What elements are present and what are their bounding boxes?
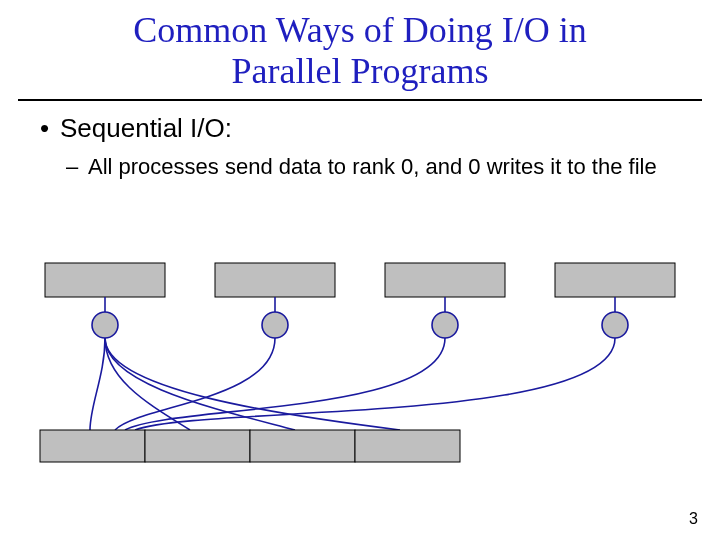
file-bar bbox=[40, 430, 460, 462]
title-rule bbox=[18, 99, 702, 101]
content-area: Sequential I/O: All processes send data … bbox=[0, 113, 720, 180]
circle-1 bbox=[262, 312, 288, 338]
slide-title: Common Ways of Doing I/O in Parallel Pro… bbox=[0, 0, 720, 99]
file-seg-2 bbox=[250, 430, 355, 462]
process-box-3 bbox=[555, 263, 675, 297]
title-line-1: Common Ways of Doing I/O in bbox=[133, 10, 586, 50]
process-box-0 bbox=[45, 263, 165, 297]
bullet-item-1: Sequential I/O: All processes send data … bbox=[60, 113, 680, 180]
send-arcs bbox=[90, 338, 615, 430]
sub-bullet-list: All processes send data to rank 0, and 0… bbox=[60, 154, 680, 180]
bullet-list: Sequential I/O: All processes send data … bbox=[40, 113, 680, 180]
slide: Common Ways of Doing I/O in Parallel Pro… bbox=[0, 0, 720, 540]
file-seg-3 bbox=[355, 430, 460, 462]
process-box-1 bbox=[215, 263, 335, 297]
title-line-2: Parallel Programs bbox=[232, 51, 489, 91]
sub-bullet-item-1: All processes send data to rank 0, and 0… bbox=[88, 154, 680, 180]
circle-0 bbox=[92, 312, 118, 338]
bullet-text-1: Sequential I/O: bbox=[60, 113, 232, 143]
file-seg-0 bbox=[40, 430, 145, 462]
process-boxes bbox=[45, 263, 675, 297]
r2-to-r0 bbox=[125, 338, 445, 430]
r0-to-seg1 bbox=[90, 338, 105, 430]
io-diagram bbox=[20, 255, 700, 485]
box-to-circle-lines bbox=[105, 297, 615, 313]
circle-2 bbox=[432, 312, 458, 338]
data-circles bbox=[92, 312, 628, 338]
sub-bullet-text-1: All processes send data to rank 0, and 0… bbox=[88, 154, 657, 179]
r3-to-r0 bbox=[135, 338, 615, 430]
process-box-2 bbox=[385, 263, 505, 297]
file-seg-1 bbox=[145, 430, 250, 462]
circle-3 bbox=[602, 312, 628, 338]
page-number: 3 bbox=[689, 510, 698, 528]
